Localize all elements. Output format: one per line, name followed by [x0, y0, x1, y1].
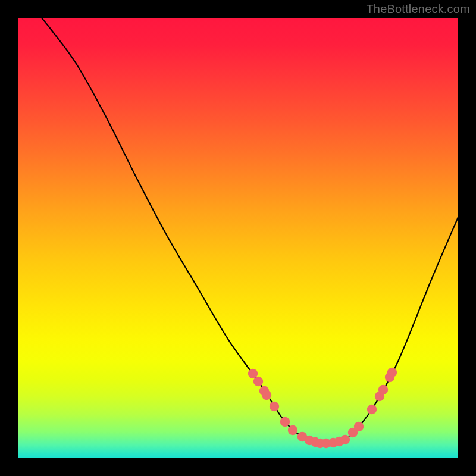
chart-frame: TheBottleneck.com: [0, 0, 476, 476]
curve-marker: [280, 417, 290, 427]
curve-marker: [253, 377, 263, 386]
curve-marker: [262, 390, 271, 400]
curve-marker: [367, 405, 377, 414]
curve-marker: [387, 368, 397, 377]
curve-marker: [288, 425, 298, 435]
bottleneck-curve: [42, 18, 458, 443]
curve-marker: [354, 422, 364, 431]
curve-marker: [270, 402, 279, 411]
plot-area: [18, 18, 458, 458]
curve-marker: [378, 385, 388, 394]
curve-svg: [18, 18, 458, 458]
curve-markers: [248, 368, 397, 448]
curve-marker: [340, 435, 350, 444]
watermark-text: TheBottleneck.com: [366, 2, 470, 16]
